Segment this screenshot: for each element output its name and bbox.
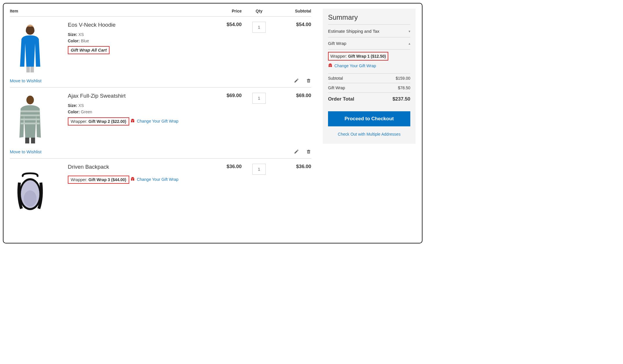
- multi-address-link[interactable]: Check Out with Multiple Addresses: [338, 132, 400, 136]
- change-gw-row: Change Your Gift Wrap: [130, 118, 178, 124]
- product-image: [10, 164, 50, 216]
- proceed-checkout-button[interactable]: Proceed to Checkout: [328, 111, 410, 126]
- order-total-label: Order Total: [328, 96, 354, 102]
- header-qty: Qty: [242, 9, 276, 13]
- item-price: $69.00: [207, 93, 242, 145]
- total-line: Subtotal $159.00: [328, 74, 410, 83]
- product-image: [10, 93, 50, 145]
- order-total-value: $237.50: [393, 96, 410, 102]
- change-gw-link[interactable]: Change Your Gift Wrap: [137, 177, 178, 182]
- total-line-label: Subtotal: [328, 76, 343, 81]
- color-line: Color: Blue: [68, 39, 201, 43]
- gift-icon: [328, 63, 333, 68]
- wrapper-value: Gift Wrap 3 ($44.00): [88, 177, 126, 182]
- summary-wrapper-value: Gift Wrap 1 ($12.50): [348, 54, 386, 59]
- svg-rect-9: [31, 138, 35, 143]
- svg-rect-8: [25, 138, 29, 143]
- cart-header-row: Item Price Qty Subtotal: [10, 9, 311, 17]
- size-value: XS: [79, 32, 84, 37]
- summary-box: Summary Estimate Shipping and Tax ▾ Gift…: [323, 9, 416, 144]
- product-name: Eos V-Neck Hoodie: [68, 22, 201, 28]
- product-image: [10, 22, 50, 74]
- summary-title: Summary: [328, 13, 410, 25]
- header-item: Item: [10, 9, 207, 13]
- header-subtotal: Subtotal: [276, 9, 311, 13]
- qty-input[interactable]: [252, 93, 266, 104]
- edit-icon[interactable]: [294, 78, 299, 83]
- cart-page: Item Price Qty Subtotal Eos V-Neck: [3, 3, 422, 243]
- item-price: $54.00: [207, 22, 242, 74]
- svg-rect-5: [21, 114, 40, 116]
- item-actions-row: Move to Wishlist: [10, 145, 311, 158]
- item-actions-row: Move to Wishlist: [10, 74, 311, 87]
- svg-rect-1: [26, 67, 30, 72]
- qty-input[interactable]: [252, 164, 266, 175]
- change-gw-row: Change Your Gift Wrap: [130, 176, 178, 182]
- move-wishlist-link[interactable]: Move to Wishlist: [10, 78, 41, 83]
- size-line: Size: XS: [68, 103, 201, 108]
- trash-icon[interactable]: [306, 149, 311, 154]
- edit-icon[interactable]: [294, 149, 299, 154]
- change-gw-link[interactable]: Change Your Gift Wrap: [137, 119, 178, 123]
- color-label: Color:: [68, 110, 80, 114]
- item-subtotal: $36.00: [276, 164, 311, 216]
- summary-change-gw-row: Change Your Gift Wrap: [328, 63, 376, 68]
- wrapper-highlight: Wrapper: Gift Wrap 2 ($22.00): [68, 117, 129, 125]
- size-label: Size:: [68, 103, 77, 108]
- size-label: Size:: [68, 32, 77, 37]
- summary-wrapper-label: Wrapper:: [330, 54, 347, 59]
- item-subtotal: $69.00: [276, 93, 311, 145]
- svg-rect-6: [21, 119, 40, 120]
- cart-item: Eos V-Neck Hoodie Size: XS Color: Blue G…: [10, 17, 311, 88]
- size-line: Size: XS: [68, 32, 201, 37]
- total-line: Gift Wrap $78.50: [328, 83, 410, 93]
- color-line: Color: Green: [68, 110, 201, 114]
- wrapper-label: Wrapper:: [71, 177, 87, 182]
- product-name: Driven Backpack: [68, 164, 201, 170]
- total-line-label: Gift Wrap: [328, 85, 345, 90]
- cart-item: Ajax Full-Zip Sweatshirt Size: XS Color:…: [10, 88, 311, 159]
- chevron-down-icon: ▾: [409, 29, 410, 33]
- wrapper-label: Wrapper:: [71, 119, 87, 124]
- svg-rect-2: [30, 67, 34, 72]
- giftwrap-toggle[interactable]: Gift Wrap ▴: [328, 37, 410, 50]
- trash-icon[interactable]: [306, 78, 311, 83]
- estimate-label: Estimate Shipping and Tax: [328, 29, 379, 34]
- summary-column: Summary Estimate Shipping and Tax ▾ Gift…: [323, 9, 416, 238]
- gift-icon: [130, 176, 135, 182]
- estimate-shipping-toggle[interactable]: Estimate Shipping and Tax ▾: [328, 25, 410, 37]
- item-price: $36.00: [207, 164, 242, 216]
- gw-allcart-label: Gift Wrap All Cart: [71, 48, 107, 52]
- cart-items-section: Item Price Qty Subtotal Eos V-Neck: [10, 9, 311, 238]
- item-details: Ajax Full-Zip Sweatshirt Size: XS Color:…: [68, 93, 207, 145]
- wrapper-value: Gift Wrap 2 ($22.00): [88, 119, 126, 124]
- gw-allcart-highlight: Gift Wrap All Cart: [68, 46, 110, 54]
- totals-block: Subtotal $159.00 Gift Wrap $78.50 Order …: [328, 73, 410, 105]
- move-wishlist-link[interactable]: Move to Wishlist: [10, 149, 41, 154]
- color-value: Blue: [81, 39, 89, 43]
- svg-point-12: [24, 190, 37, 207]
- svg-rect-4: [21, 110, 40, 112]
- cart-item: Driven Backpack Wrapper: Gift Wrap 3 ($4…: [10, 159, 311, 216]
- qty-input[interactable]: [252, 22, 266, 33]
- svg-point-3: [26, 96, 34, 104]
- color-label: Color:: [68, 39, 80, 43]
- summary-wrapper-highlight: Wrapper: Gift Wrap 1 ($12.50): [328, 52, 388, 61]
- color-value: Green: [81, 110, 92, 114]
- svg-rect-7: [21, 123, 40, 124]
- item-details: Driven Backpack Wrapper: Gift Wrap 3 ($4…: [68, 164, 207, 216]
- giftwrap-label: Gift Wrap: [328, 41, 346, 46]
- item-subtotal: $54.00: [276, 22, 311, 74]
- size-value: XS: [79, 103, 84, 108]
- wrapper-highlight: Wrapper: Gift Wrap 3 ($44.00): [68, 176, 129, 184]
- chevron-up-icon: ▴: [409, 41, 410, 46]
- total-line-value: $78.50: [398, 85, 410, 90]
- order-total-row: Order Total $237.50: [328, 93, 410, 105]
- summary-change-gw-link[interactable]: Change Your Gift Wrap: [334, 63, 376, 68]
- item-details: Eos V-Neck Hoodie Size: XS Color: Blue G…: [68, 22, 207, 74]
- total-line-value: $159.00: [396, 76, 410, 81]
- gift-icon: [130, 118, 135, 124]
- header-price: Price: [207, 9, 242, 13]
- product-name: Ajax Full-Zip Sweatshirt: [68, 93, 201, 99]
